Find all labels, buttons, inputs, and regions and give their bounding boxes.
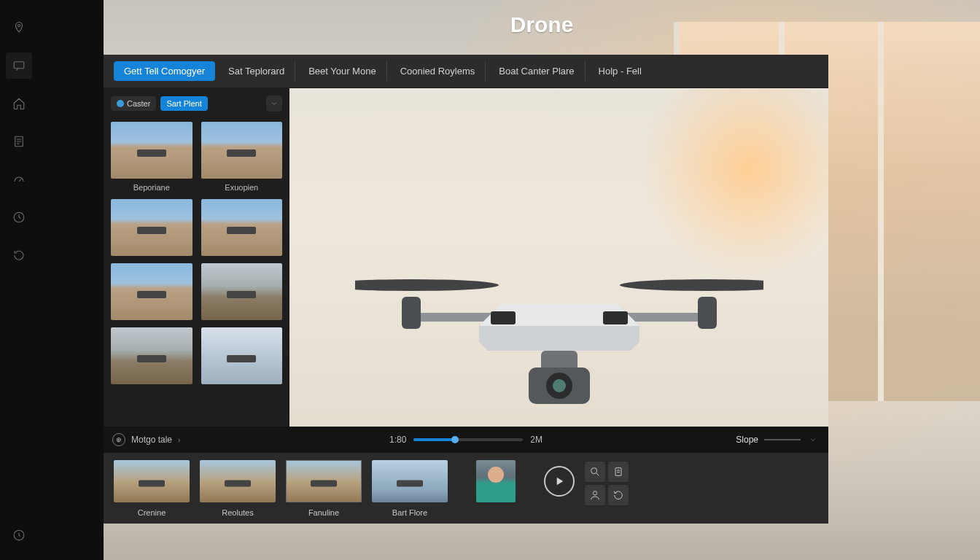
tab-2[interactable]: Beet Your Mone <box>298 61 387 81</box>
timeline-info: ⊕ Motgo tale › <box>112 433 180 446</box>
rail-home-icon[interactable] <box>6 90 32 117</box>
timeline-scrubber[interactable]: 1:80 2M <box>389 435 542 445</box>
clip-card[interactable]: Reolutes <box>200 460 276 517</box>
slope-control: Slope <box>736 433 820 446</box>
thumb-image <box>111 122 192 179</box>
chevron-right-icon: › <box>178 436 180 444</box>
thumb-card[interactable] <box>111 327 192 384</box>
refresh-button[interactable] <box>608 485 629 505</box>
thumb-card[interactable] <box>201 199 283 256</box>
rail-gauge-icon[interactable] <box>6 166 32 192</box>
rail-location-icon[interactable] <box>6 15 32 41</box>
svg-rect-10 <box>603 311 628 324</box>
rail-loop-icon[interactable] <box>6 242 32 268</box>
svg-rect-1 <box>14 62 24 69</box>
clip-image <box>372 460 448 502</box>
thumb-image <box>111 263 192 320</box>
tab-bar: Gett Tell Comogyer Sat Teplorard Beet Yo… <box>104 55 828 88</box>
timeline-marker-icon[interactable]: ⊕ <box>112 433 125 446</box>
scrub-start: 1:80 <box>389 435 406 445</box>
thumb-label: Exuopien <box>201 183 283 192</box>
user-button[interactable] <box>585 485 605 505</box>
thumb-card[interactable] <box>201 327 283 384</box>
thumb-card[interactable] <box>111 199 192 256</box>
slope-label: Slope <box>736 435 758 445</box>
svg-rect-11 <box>491 311 516 324</box>
svg-point-9 <box>620 279 763 291</box>
rail-chat-icon[interactable] <box>6 52 32 79</box>
svg-point-15 <box>553 379 566 392</box>
doc-button[interactable] <box>608 462 629 482</box>
timeline-bar: ⊕ Motgo tale › 1:80 2M Slope <box>104 427 828 453</box>
nav-rail <box>0 0 104 560</box>
filter-bar: Caster Sart Plent <box>104 88 289 119</box>
svg-point-18 <box>593 491 596 495</box>
thumb-card[interactable]: Beporiane <box>111 122 192 192</box>
clip-card-avatar[interactable] <box>458 460 534 502</box>
pill-1-label: Caster <box>127 99 150 108</box>
tab-3[interactable]: Coonied Roylems <box>390 61 486 81</box>
clip-image <box>286 460 362 502</box>
thumb-image <box>201 199 283 256</box>
svg-rect-7 <box>698 297 717 329</box>
thumb-label: Beporiane <box>111 183 192 192</box>
slope-dropdown[interactable] <box>806 433 820 446</box>
thumb-image <box>111 327 192 384</box>
tab-0[interactable]: Gett Tell Comogyer <box>114 61 215 81</box>
thumb-image <box>201 263 283 320</box>
filter-dropdown[interactable] <box>266 96 282 112</box>
pill-dot-icon <box>117 100 124 107</box>
clip-label: Reolutes <box>222 508 253 517</box>
clip-image <box>114 460 190 502</box>
scrub-end: 2M <box>530 435 542 445</box>
clip-label: Fanuline <box>308 508 339 517</box>
slope-track[interactable] <box>764 439 801 440</box>
svg-point-0 <box>18 25 20 27</box>
clip-label: Crenine <box>138 508 166 517</box>
timeline-info-label: Motgo tale <box>131 435 172 445</box>
thumb-card[interactable] <box>201 263 283 320</box>
scrub-track[interactable] <box>413 438 523 441</box>
scrub-knob[interactable] <box>451 436 459 443</box>
clip-strip: Crenine Reolutes Fanuline Bart Flore <box>104 453 828 524</box>
main-panel: Gett Tell Comogyer Sat Teplorard Beet Yo… <box>104 55 828 524</box>
search-button[interactable] <box>585 462 605 482</box>
scrub-fill <box>413 438 455 441</box>
drone-illustration <box>355 218 763 437</box>
clip-card[interactable]: Fanuline <box>286 460 362 517</box>
clip-image <box>200 460 276 502</box>
thumb-image <box>201 327 283 384</box>
tab-1[interactable]: Sat Teplorard <box>218 61 295 81</box>
clip-card[interactable]: Crenine <box>114 460 190 517</box>
svg-point-16 <box>591 468 597 474</box>
tab-4[interactable]: Boat Canter Plare <box>489 61 585 81</box>
svg-point-8 <box>355 279 499 291</box>
rail-history-icon[interactable] <box>6 522 32 548</box>
play-button[interactable] <box>544 466 575 497</box>
strip-button-grid <box>585 462 629 505</box>
pill-2-label: Sart Plent <box>166 99 201 108</box>
svg-rect-6 <box>402 297 421 329</box>
thumb-image <box>201 122 283 179</box>
thumb-card[interactable]: Exuopien <box>201 122 283 192</box>
filter-pill-1[interactable]: Caster <box>111 96 156 111</box>
thumb-image <box>111 199 192 256</box>
filter-pill-2[interactable]: Sart Plent <box>160 96 207 111</box>
svg-rect-17 <box>615 468 621 476</box>
clip-card[interactable]: Bart Flore <box>372 460 448 517</box>
rail-clock-icon[interactable] <box>6 204 32 230</box>
app-title: Drone <box>104 6 980 44</box>
clip-label: Bart Flore <box>392 508 427 517</box>
tab-5[interactable]: Holp - Fell <box>588 61 652 81</box>
thumb-card[interactable] <box>111 263 192 320</box>
clip-avatar <box>476 460 516 502</box>
rail-document-icon[interactable] <box>6 128 32 155</box>
